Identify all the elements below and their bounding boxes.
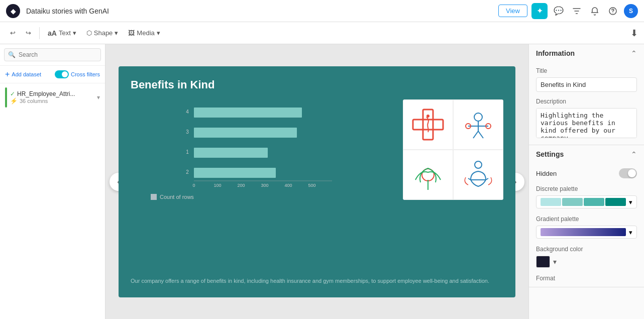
bg-color-chevron-icon[interactable]: ▾ — [553, 258, 557, 266]
topbar-right: View ✦ 💬 S — [498, 3, 638, 19]
svg-text:400: 400 — [284, 183, 292, 188]
svg-rect-6 — [194, 108, 302, 118]
svg-text:3: 3 — [186, 129, 189, 135]
settings-section: Settings ⌃ Hidden Discrete palette — [529, 145, 644, 287]
cross-filters-toggle[interactable] — [55, 70, 69, 78]
settings-body: Hidden Discrete palette ▾ — [529, 163, 644, 287]
information-body: Title Description Highlighting the vario… — [529, 62, 644, 145]
gradient-chevron-icon: ▾ — [629, 229, 632, 236]
slide-image — [403, 99, 503, 200]
legend-color — [151, 194, 157, 200]
swatch-4 — [605, 198, 626, 206]
svg-text:500: 500 — [308, 183, 315, 188]
media-button[interactable]: 🖼 Media ▾ — [124, 27, 164, 39]
discrete-palette-label: Discrete palette — [536, 185, 637, 192]
main-layout: 🔍 + Add dataset Cross filters — [0, 44, 644, 319]
svg-text:0: 0 — [192, 183, 195, 188]
right-panel: Information ⌃ Title Description Highligh… — [528, 44, 644, 319]
svg-text:300: 300 — [261, 183, 268, 188]
search-icon: 🔍 — [8, 51, 16, 58]
filter-icon[interactable] — [570, 4, 584, 18]
shape-button[interactable]: ⬡ Shape ▾ — [82, 27, 123, 39]
svg-text:4: 4 — [186, 109, 189, 115]
toolbar-separator-1 — [39, 27, 40, 39]
dataset-indicator — [5, 87, 7, 108]
svg-text:2: 2 — [186, 169, 189, 175]
add-icon: + — [5, 70, 10, 79]
text-button[interactable]: aA Text ▾ — [44, 27, 80, 39]
information-section: Information ⌃ Title Description Highligh… — [529, 44, 644, 145]
add-dataset-label: Add dataset — [12, 71, 41, 77]
help-icon[interactable] — [606, 4, 620, 18]
chat-icon[interactable]: 💬 — [552, 4, 566, 18]
settings-header[interactable]: Settings ⌃ — [529, 145, 644, 163]
view-button[interactable]: View — [498, 5, 527, 17]
undo-button[interactable]: ↩ — [6, 27, 20, 39]
download-icon[interactable]: ⬇ — [630, 28, 638, 39]
dataset-item[interactable]: ✓ HR_Employee_Attri... ⚡ 36 columns ▾ — [0, 83, 105, 112]
svg-point-20 — [474, 113, 482, 121]
bar-chart: 4 3 1 2 0 100 200 — [131, 99, 393, 190]
dataset-name-label: HR_Employee_Attri... — [17, 90, 75, 97]
svg-rect-7 — [194, 128, 297, 138]
sidebar: 🔍 + Add dataset Cross filters — [0, 44, 105, 319]
shape-icon: ⬡ — [86, 29, 92, 37]
image-cell-4 — [453, 150, 503, 200]
shape-chevron-icon: ▾ — [115, 29, 118, 37]
legend-text: Count of rows — [160, 194, 194, 200]
canvas-area: ‹ › Benefits in Kind 4 3 1 2 — [105, 44, 528, 319]
slide-title: Benefits in Kind — [131, 78, 503, 91]
gradient-palette-select[interactable]: ▾ — [536, 226, 637, 239]
star-button[interactable]: ✦ — [531, 3, 548, 19]
bg-color-swatch[interactable] — [536, 256, 550, 268]
avatar[interactable]: S — [624, 4, 638, 18]
information-header[interactable]: Information ⌃ — [529, 44, 644, 62]
slide-content: 4 3 1 2 0 100 200 — [131, 99, 503, 271]
discrete-palette-select[interactable]: ▾ — [536, 195, 637, 208]
bell-icon[interactable] — [588, 4, 602, 18]
cross-filters-button[interactable]: Cross filters — [55, 70, 100, 78]
svg-point-29 — [475, 161, 482, 168]
sidebar-actions: + Add dataset Cross filters — [0, 66, 105, 83]
swatch-2 — [562, 198, 583, 206]
chart-area: 4 3 1 2 0 100 200 — [131, 99, 393, 271]
dataset-bolt-icon: ⚡ — [10, 97, 18, 104]
desc-field-label: Description — [536, 98, 637, 105]
text-chevron-icon: ▾ — [73, 29, 76, 37]
hidden-toggle[interactable] — [619, 168, 637, 178]
hidden-label: Hidden — [536, 170, 557, 177]
format-label: Format — [536, 275, 637, 282]
hidden-toggle-row: Hidden — [536, 168, 637, 178]
discrete-palette-chevron-icon: ▾ — [629, 198, 632, 206]
svg-point-1 — [612, 13, 613, 14]
gradient-palette-label: Gradient palette — [536, 216, 637, 223]
search-input[interactable] — [4, 48, 101, 61]
title-field[interactable] — [536, 77, 637, 92]
desc-field[interactable]: Highlighting the various benefits in kin… — [536, 108, 637, 138]
bg-color-row: ▾ — [536, 256, 637, 268]
image-cell-2 — [453, 99, 503, 150]
text-icon: aA — [48, 29, 57, 37]
svg-point-19 — [426, 115, 430, 118]
media-icon: 🖼 — [128, 29, 135, 37]
dataset-chevron-icon[interactable]: ▾ — [97, 94, 100, 101]
image-cell-3 — [403, 150, 453, 200]
dataset-check-icon: ✓ — [10, 90, 15, 97]
app-logo: ◆ — [6, 4, 20, 18]
media-chevron-icon: ▾ — [157, 29, 160, 37]
cross-filters-label: Cross filters — [71, 71, 100, 77]
topbar: ◆ Dataiku stories with GenAI View ✦ 💬 S — [0, 0, 644, 22]
svg-text:100: 100 — [213, 183, 221, 188]
discrete-palette-row: Discrete palette ▾ — [536, 185, 637, 208]
dataset-cols-label: 36 columns — [20, 98, 48, 104]
settings-title: Settings — [536, 150, 564, 158]
svg-text:1: 1 — [186, 149, 189, 155]
discrete-palette-colors — [541, 198, 626, 206]
add-dataset-button[interactable]: + Add dataset — [5, 70, 41, 79]
svg-line-25 — [473, 131, 478, 138]
sidebar-search-area: 🔍 — [0, 44, 105, 66]
svg-rect-8 — [194, 148, 268, 158]
redo-button[interactable]: ↪ — [22, 27, 35, 39]
svg-rect-9 — [194, 168, 276, 178]
app-title: Dataiku stories with GenAI — [26, 7, 492, 15]
